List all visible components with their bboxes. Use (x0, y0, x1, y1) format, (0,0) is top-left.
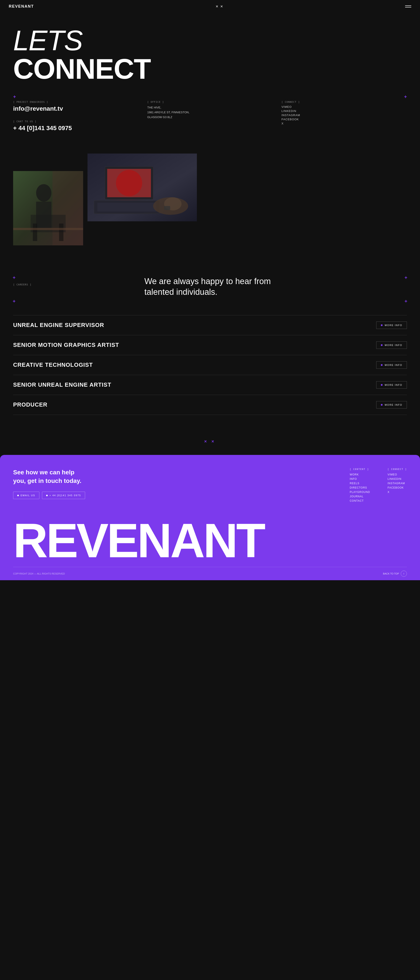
footer-link-playground[interactable]: PLAYGROUND (350, 490, 370, 493)
footer-bottom-bar: COPYRIGHT 2024 — ALL RIGHTS RESERVED BAC… (13, 567, 407, 580)
social-link-linkedin[interactable]: LINKEDIN (282, 109, 407, 113)
job-item-2: SENIOR MOTION GRAPHICS ARTIST MORE INFO (13, 335, 407, 355)
footer-link-instagram[interactable]: INSTAGRAM (388, 482, 407, 485)
footer-link-vimeo[interactable]: VIMEO (388, 473, 407, 476)
btn-dot-2 (381, 344, 383, 346)
more-info-btn-5[interactable]: MORE INFO (376, 401, 407, 409)
social-link-facebook[interactable]: FACEBOOK (282, 118, 407, 121)
chat-label: [ CHAT TO US ] (13, 120, 138, 123)
nav-logo[interactable]: REVENANT (9, 4, 34, 9)
back-top-label: BACK TO TOP (383, 572, 399, 575)
corner-marker-tr: + (404, 94, 407, 100)
job-item-3: CREATIVE TECHNOLOGIST MORE INFO (13, 355, 407, 375)
careers-left: [ CAREERS ] (13, 283, 74, 290)
more-info-label-5: MORE INFO (385, 404, 402, 406)
project-enquiries-label: [ PROJECT ENQUIRIES ] (13, 100, 138, 103)
careers-tagline: We are always happy to hear from talente… (144, 276, 298, 298)
phone-btn-dot (46, 495, 48, 496)
more-info-btn-3[interactable]: MORE INFO (376, 361, 407, 369)
footer-link-directors[interactable]: DIRECTORS (350, 486, 370, 489)
job-item-4: SENIOR UNREAL ENGINE ARTIST MORE INFO (13, 375, 407, 395)
footer: See how we can help you, get in touch to… (0, 455, 420, 580)
job-title-5: PRODUCER (13, 401, 48, 408)
footer-content-col: [ CONTENT ] WORK INFO REELS DIRECTORS PL… (350, 468, 370, 504)
social-link-vimeo[interactable]: VIMEO (282, 105, 407, 108)
footer-left: See how we can help you, get in touch to… (13, 468, 88, 508)
hero-title: LETS CONNECT (13, 26, 407, 83)
footer-connect-label: [ CONNECT ] (388, 468, 407, 471)
team-photo-2 (88, 154, 197, 221)
job-title-1: UNREAL ENGINE SUPERVISOR (13, 322, 104, 328)
social-link-instagram[interactable]: INSTAGRAM (282, 113, 407, 117)
footer-tagline: See how we can help you, get in touch to… (13, 468, 88, 485)
svg-rect-18 (164, 206, 170, 210)
contact-enquiries-col: [ PROJECT ENQUIRIES ] info@revenant.tv [… (13, 100, 138, 132)
footer-email-btn[interactable]: EMAIL US (13, 492, 39, 499)
btn-dot-1 (381, 325, 383, 326)
bottom-x-section: × × (0, 433, 420, 450)
nav-close-marker: × × (216, 4, 223, 9)
person-svg-1 (13, 171, 83, 245)
btn-dot-4 (381, 384, 383, 386)
footer-link-journal[interactable]: JOURNAL (350, 495, 370, 498)
footer-link-facebook[interactable]: FACEBOOK (388, 486, 407, 489)
back-top-circle: ↑ (401, 571, 407, 577)
careers-corner-bl: + (13, 299, 16, 304)
svg-rect-6 (33, 224, 37, 241)
connect-label: [ CONNECT ] (282, 100, 407, 103)
footer-link-reels[interactable]: REELS (350, 482, 370, 485)
team-photo-1 (13, 171, 83, 245)
careers-corner-br: + (404, 299, 407, 304)
job-item-5: PRODUCER MORE INFO (13, 395, 407, 415)
footer-link-info[interactable]: INFO (350, 477, 370, 480)
social-links: VIMEO LINKEDIN INSTAGRAM FACEBOOK X (282, 105, 407, 125)
laptop-svg (88, 154, 197, 221)
footer-top: See how we can help you, get in touch to… (13, 468, 407, 508)
careers-section: + + + + [ CAREERS ] We are always happy … (0, 263, 420, 306)
footer-phone-btn[interactable]: + 44 [0]141 345 0975 (42, 492, 85, 499)
jobs-section: UNREAL ENGINE SUPERVISOR MORE INFO SENIO… (0, 306, 420, 433)
images-section (0, 145, 420, 263)
contact-connect-col: [ CONNECT ] VIMEO LINKEDIN INSTAGRAM FAC… (273, 100, 407, 125)
careers-label: [ CAREERS ] (13, 283, 74, 286)
contact-email[interactable]: info@revenant.tv (13, 105, 138, 112)
more-info-label-4: MORE INFO (385, 383, 402, 386)
more-info-label-3: MORE INFO (385, 364, 402, 366)
hero-line2: CONNECT (13, 55, 407, 83)
office-label: [ OFFICE ] (147, 100, 272, 103)
more-info-label-2: MORE INFO (385, 344, 402, 347)
office-address: THE HIVE, 1981 ARGYLE ST, FINNIESTON, GL… (147, 105, 272, 119)
careers-row: [ CAREERS ] We are always happy to hear … (13, 276, 407, 298)
hamburger-menu[interactable] (405, 5, 411, 8)
job-title-2: SENIOR MOTION GRAPHICS ARTIST (13, 342, 119, 348)
footer-link-x[interactable]: X (388, 490, 407, 493)
svg-rect-2 (52, 171, 83, 245)
more-info-btn-4[interactable]: MORE INFO (376, 381, 407, 389)
social-link-x[interactable]: X (282, 122, 407, 125)
corner-marker-tl: + (13, 94, 16, 100)
contact-section: + + [ PROJECT ENQUIRIES ] info@revenant.… (0, 100, 420, 145)
btn-dot-5 (381, 404, 383, 406)
svg-rect-7 (59, 224, 64, 241)
more-info-btn-2[interactable]: MORE INFO (376, 341, 407, 349)
more-info-btn-1[interactable]: MORE INFO (376, 321, 407, 329)
hero-line1: LETS (13, 26, 407, 55)
phone-btn-label: + 44 [0]141 345 0975 (49, 494, 81, 497)
contact-phone[interactable]: + 44 [0]141 345 0975 (13, 125, 138, 132)
back-to-top[interactable]: BACK TO TOP ↑ (383, 571, 407, 577)
footer-connect-col: [ CONNECT ] VIMEO LINKEDIN INSTAGRAM FAC… (388, 468, 407, 504)
job-title-4: SENIOR UNREAL ENGINE ARTIST (13, 382, 111, 388)
footer-big-logo: REVENANT (13, 517, 407, 565)
footer-content-label: [ CONTENT ] (350, 468, 370, 471)
more-info-label-1: MORE INFO (385, 324, 402, 326)
svg-rect-15 (97, 203, 156, 212)
footer-link-linkedin[interactable]: LINKEDIN (388, 477, 407, 480)
footer-buttons: EMAIL US + 44 [0]141 345 0975 (13, 492, 88, 499)
footer-nav: [ CONTENT ] WORK INFO REELS DIRECTORS PL… (350, 468, 407, 504)
footer-link-work[interactable]: WORK (350, 473, 370, 476)
navbar: REVENANT × × (0, 0, 420, 13)
footer-link-contact[interactable]: CONTACT (350, 499, 370, 502)
svg-point-3 (36, 184, 51, 202)
bottom-x-marker: × × (204, 439, 216, 444)
email-btn-dot (17, 495, 19, 496)
